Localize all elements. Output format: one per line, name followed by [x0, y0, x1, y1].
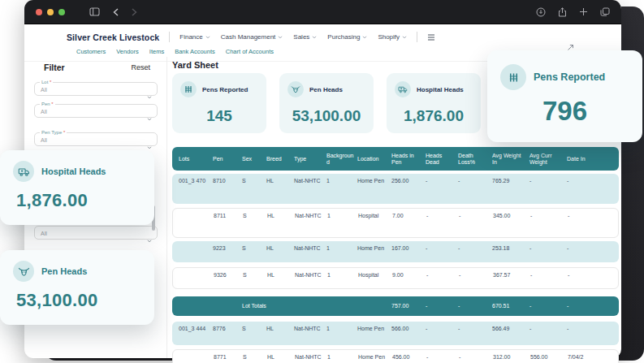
fence-icon	[500, 64, 526, 90]
yard-table: LotsPenSexBreedTypeBackgroundLocationHea…	[172, 147, 619, 363]
table-cell: 566.49	[492, 326, 529, 345]
table-cell: 8776	[213, 326, 242, 345]
table-cell: HL	[267, 354, 295, 363]
ambulance-icon	[395, 81, 411, 97]
back-icon[interactable]	[113, 8, 119, 16]
table-cell: 256.00	[391, 178, 426, 204]
table-cell: -	[459, 272, 493, 288]
table-row[interactable]: 8771SHLNat-NHTC1Home Pen456.00--312.0055…	[172, 349, 619, 363]
chevron-down-icon	[402, 33, 407, 41]
table-cell: 670.51	[492, 303, 529, 310]
minimize-window-button[interactable]	[47, 9, 54, 15]
sidebar-toggle-icon[interactable]	[89, 7, 100, 16]
table-cell: HL	[266, 178, 294, 204]
menu-sales[interactable]: Sales	[293, 33, 317, 41]
menu-label: Sales	[293, 33, 309, 41]
menu-finance[interactable]: Finance	[179, 33, 210, 41]
table-cell: 456.00	[392, 354, 426, 363]
table-cell: 765.29	[492, 178, 529, 204]
table-cell: -	[529, 245, 567, 262]
pen-heads-overlay-card: Pen Heads 53,100.00	[0, 250, 154, 325]
table-row[interactable]: 001_3 4708710SHLNat-NHTC1Home Pen256.00-…	[172, 174, 619, 204]
table-cell: S	[242, 326, 266, 345]
lot-totals-row[interactable]: Lot Totals757.00--670.51--	[172, 296, 619, 316]
select-value: All	[41, 231, 47, 236]
table-row[interactable]: 001_3 4448776SHLNat-NHTC1Home Pen566.00-…	[172, 322, 619, 345]
table-row[interactable]: 8711SHLNat-NHTC1Hospital7.00--345.00--	[172, 208, 619, 238]
cow-icon	[13, 261, 34, 282]
subnav-link-bank-accounts[interactable]: Bank Accounts	[175, 48, 215, 55]
menu-purchasing[interactable]: Purchasing	[327, 33, 367, 41]
close-window-button[interactable]	[36, 9, 42, 15]
table-cell: 556.00	[530, 354, 568, 363]
menu-shopify[interactable]: Shopify	[378, 33, 407, 41]
table-cell: 1	[327, 213, 358, 237]
table-cell: Hospital	[358, 213, 392, 237]
chevron-down-icon	[205, 33, 210, 41]
download-icon[interactable]	[536, 7, 546, 17]
stat-card-hospital-heads: Hospital Heads1,876.00	[387, 73, 481, 133]
table-row[interactable]: 9326SHLNat-NHTC1Hospital9.00--367.57--	[172, 267, 619, 289]
table-cell: -	[568, 272, 600, 288]
table-cell: 1	[326, 178, 357, 204]
table-cell: Nat-NHTC	[294, 178, 326, 204]
filter-title: Filter	[44, 63, 65, 72]
stat-card-pens-reported: Pens Reported145	[172, 73, 266, 133]
table-cell: 7.00	[392, 213, 426, 237]
table-cell: -	[529, 326, 567, 345]
hidden-select[interactable]: All	[34, 226, 158, 240]
table-cell: -	[458, 178, 492, 204]
subnav-link-items[interactable]: Items	[149, 48, 164, 55]
reset-button[interactable]: Reset	[131, 63, 150, 71]
subnav-link-vendors[interactable]: Vendors	[116, 48, 139, 55]
menu-label: Purchasing	[327, 33, 360, 41]
table-cell: -	[458, 245, 492, 262]
table-cell: -	[426, 354, 459, 363]
ambulance-icon	[13, 161, 34, 182]
select-value: All	[41, 87, 47, 93]
lot-select[interactable]: Lot *All	[34, 82, 158, 96]
menu-label: Finance	[179, 33, 202, 41]
hamburger-menu-icon[interactable]	[427, 34, 435, 41]
overlay-value: 53,100.00	[16, 290, 141, 311]
table-cell: S	[243, 272, 267, 288]
table-cell: -	[426, 272, 459, 288]
subnav-link-customers[interactable]: Customers	[76, 48, 106, 55]
select-value: All	[41, 137, 47, 143]
column-header: Pen	[213, 156, 242, 162]
select-label: Pen *	[40, 102, 55, 106]
table-cell: S	[243, 354, 267, 363]
table-cell: -	[567, 326, 599, 345]
table-cell: -	[458, 303, 492, 310]
table-cell: 8771	[214, 354, 243, 363]
pen-select[interactable]: Pen *All	[34, 104, 158, 118]
overlay-label: Pens Reported	[534, 71, 605, 83]
stat-label: Hospital Heads	[417, 86, 464, 93]
maximize-window-button[interactable]	[58, 9, 65, 15]
table-cell	[179, 213, 214, 237]
table-cell: -	[567, 303, 599, 310]
column-header: Location	[357, 156, 391, 162]
table-cell: -	[529, 303, 567, 310]
table-cell	[179, 272, 214, 288]
pen-type-select[interactable]: Pen Type *All	[34, 132, 158, 146]
table-cell	[179, 354, 214, 363]
table-cell: 253.18	[492, 245, 529, 262]
table-row[interactable]: 9223SHLNat-NHTC1Home Pen167.00--253.18--	[172, 241, 619, 262]
table-cell: Home Pen	[357, 178, 391, 204]
table-cell: 757.00	[391, 303, 426, 310]
column-header: Lots	[179, 156, 213, 162]
main-menu: FinanceCash ManagementSalesPurchasingSho…	[179, 33, 407, 41]
menu-label: Shopify	[378, 33, 400, 41]
tabs-icon[interactable]	[600, 7, 610, 16]
table-cell: Home Pen	[358, 354, 392, 363]
table-cell: 367.57	[493, 272, 530, 288]
new-tab-icon[interactable]	[579, 7, 588, 16]
menu-cash-management[interactable]: Cash Management	[221, 33, 283, 41]
table-cell: 1	[326, 326, 357, 345]
forward-icon[interactable]	[132, 8, 137, 16]
column-header: Avg Curr Weight	[529, 153, 567, 166]
share-icon[interactable]	[558, 7, 567, 17]
pens-reported-overlay-card: Pens Reported 796	[487, 50, 642, 142]
subnav-link-chart-of-accounts[interactable]: Chart of Accounts	[226, 48, 274, 55]
